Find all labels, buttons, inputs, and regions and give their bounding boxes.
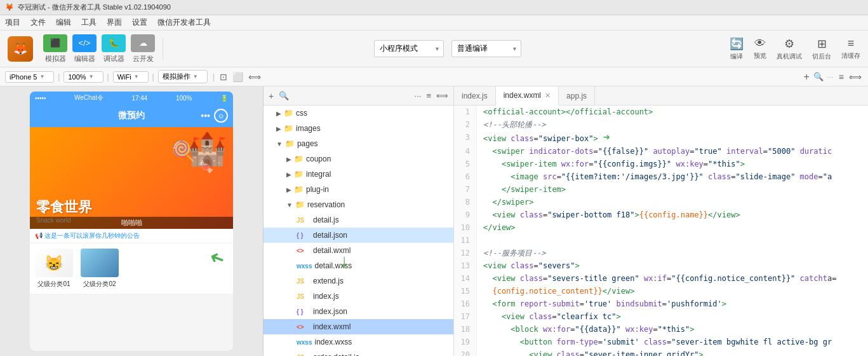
- line-content: [477, 234, 483, 247]
- tab-close-icon[interactable]: ✕: [545, 92, 551, 100]
- line-number: 5: [454, 158, 477, 170]
- line-content: <view class="clearfix tc">: [477, 310, 621, 323]
- file-ext-icon: JS: [297, 278, 310, 285]
- filetree-search-icon[interactable]: 🔍: [279, 91, 289, 100]
- mode-select[interactable]: 小程序模式: [374, 40, 444, 57]
- tree-item[interactable]: ▼ 📁 pages: [264, 136, 453, 151]
- cloud-btn[interactable]: ☁ 云开发: [131, 34, 155, 64]
- sort-icon[interactable]: ≡: [839, 72, 844, 82]
- fit-icon[interactable]: ⬜: [232, 72, 243, 82]
- phone-nav-dots[interactable]: •••: [201, 111, 210, 121]
- simulator-btn[interactable]: ⬛ 模拟器: [43, 34, 67, 64]
- folder-icon: 📁: [284, 124, 293, 133]
- main-content: ••••• WeChat令 17:44 100% 🔋 微预约 ••• ⊙ 🏰 🍭: [0, 86, 868, 356]
- tree-item[interactable]: JS order-detail.js: [264, 350, 453, 356]
- code-line: 6 <image src="{{item?item:'/images/3.jpg…: [454, 170, 868, 183]
- compile-select[interactable]: 普通编译: [451, 40, 521, 57]
- tree-item[interactable]: <> detail.wxml: [264, 243, 453, 258]
- filetree-list-icon[interactable]: ≡: [426, 91, 431, 100]
- preview-btn[interactable]: 👁 预览: [754, 37, 766, 60]
- folder-arrow: ▶: [276, 125, 281, 132]
- tab-index-js[interactable]: index.js: [454, 86, 496, 106]
- category-item-2[interactable]: 父级分类02: [81, 249, 119, 289]
- tree-item[interactable]: <> index.wxml: [264, 319, 453, 334]
- line-number: 11: [454, 234, 477, 247]
- tree-item[interactable]: JS index.js: [264, 289, 453, 304]
- notice-icon: 📢: [35, 232, 43, 239]
- line-number: 9: [454, 209, 477, 221]
- menu-edit[interactable]: 编辑: [56, 17, 71, 28]
- app-title: 夺冠测试 - 微信开发者工具 Stable v1.02.1904090: [18, 3, 171, 12]
- line-number: 15: [454, 285, 477, 298]
- code-line: 9 <view class="swiper-bottom f18">{{conf…: [454, 209, 868, 221]
- filetree-items: ▶ 📁 css▶ 📁 images▼ 📁 pages▶ 📁 coupon▶ 📁 …: [264, 106, 453, 356]
- notice-text: 这是一条可以滚屏你几秒钟的公告: [44, 232, 140, 239]
- folder-name: integral: [306, 170, 331, 179]
- folder-icon: 📁: [294, 170, 304, 179]
- phone-nav-bar: 微预约 ••• ⊙: [30, 104, 233, 127]
- battery-icon: 🔋: [220, 95, 228, 102]
- tree-item[interactable]: ▶ 📁 coupon: [264, 151, 453, 167]
- cut-log-btn[interactable]: ⊞ 切后台: [812, 37, 831, 61]
- banner-shop-name: 啪啪啪: [30, 217, 233, 229]
- real-device-icon: ⚙: [784, 37, 794, 51]
- secondary-toolbar: iPhone 5 | 100% | WiFi | 模拟操作 | ⊡ ⬜ ⟺ + …: [0, 67, 868, 86]
- phone-nav-record-icon[interactable]: ⊙: [214, 109, 228, 123]
- code-line: 20 <view class="sever-item-inner gridYr"…: [454, 348, 868, 356]
- tree-item[interactable]: wxss index.wxss: [264, 334, 453, 350]
- menu-project[interactable]: 项目: [5, 17, 20, 28]
- tree-item[interactable]: ▶ 📁 css: [264, 106, 453, 121]
- network-select[interactable]: WiFi: [113, 71, 149, 83]
- menu-bar: 项目 文件 编辑 工具 界面 设置 微信开发者工具: [0, 15, 868, 31]
- file-ext-icon: <>: [297, 324, 310, 331]
- filetree-collapse-icon[interactable]: ⟺: [436, 91, 448, 100]
- debugger-btn[interactable]: 🐛 调试器: [102, 34, 126, 64]
- menu-wechat-devtools[interactable]: 微信开发者工具: [157, 17, 211, 28]
- folder-arrow: ▼: [276, 140, 283, 147]
- tab-index-wxml[interactable]: index.wxml ✕: [496, 86, 559, 106]
- search-icon[interactable]: 🔍: [813, 72, 824, 81]
- folder-name: pages: [297, 139, 318, 148]
- simulator-ops-select[interactable]: 模拟操作: [158, 70, 208, 83]
- tree-item[interactable]: ▼ 📁 reservation: [264, 197, 453, 212]
- add-file-icon[interactable]: +: [803, 71, 809, 83]
- zoom-select[interactable]: 100%: [63, 71, 103, 83]
- file-name: extend.js: [313, 277, 344, 285]
- real-device-btn[interactable]: ⚙ 真机调试: [777, 37, 802, 61]
- tree-item[interactable]: JS detail.js: [264, 212, 453, 228]
- code-editor[interactable]: 1<official-account></official-account>2<…: [454, 106, 868, 356]
- tree-item[interactable]: { } index.json: [264, 304, 453, 319]
- tree-item[interactable]: ▶ 📁 images: [264, 121, 453, 136]
- tree-item[interactable]: { } detail.json: [264, 228, 453, 243]
- tree-item[interactable]: JS extend.js: [264, 273, 453, 289]
- file-ext-icon: JS: [297, 217, 310, 224]
- menu-file[interactable]: 文件: [30, 17, 46, 28]
- resize-icon[interactable]: ⊡: [220, 72, 227, 82]
- line-content: <view class="swiper-box">➜: [477, 131, 610, 145]
- line-number: 18: [454, 323, 477, 336]
- menu-tools[interactable]: 工具: [81, 17, 97, 28]
- panel-icon[interactable]: ⟺: [849, 72, 862, 82]
- toolbar-right: 🔄 编译 👁 预览 ⚙ 真机调试 ⊞ 切后台 ≡ 清缓存: [730, 37, 860, 61]
- clear-cache-btn[interactable]: ≡ 清缓存: [841, 37, 860, 60]
- filetree-more-icon[interactable]: ···: [415, 91, 422, 100]
- tree-item[interactable]: wxss detail.wxss: [264, 258, 453, 273]
- tree-item[interactable]: ▶ 📁 plug-in: [264, 182, 453, 197]
- device-select[interactable]: iPhone 5: [5, 71, 54, 83]
- tree-item[interactable]: ▶ 📁 integral: [264, 167, 453, 182]
- editor-icon: </>: [72, 34, 97, 52]
- compile-btn[interactable]: 🔄 编译: [730, 37, 744, 61]
- tab-app-js[interactable]: app.js: [559, 86, 595, 106]
- expand-icon[interactable]: ⟺: [248, 72, 261, 82]
- code-line: 19 <button form-type='submit' class="sev…: [454, 336, 868, 348]
- code-line: 14 <view class="severs-title green" wx:i…: [454, 272, 868, 285]
- category-item-1[interactable]: 😸 父级分类01: [35, 249, 73, 289]
- editor-btn[interactable]: </> 编辑器: [72, 34, 97, 64]
- line-content: </view>: [477, 221, 516, 234]
- add-btn[interactable]: +: [269, 91, 274, 101]
- menu-interface[interactable]: 界面: [107, 17, 122, 28]
- line-number: 4: [454, 145, 477, 158]
- menu-settings[interactable]: 设置: [132, 17, 147, 28]
- folder-name: coupon: [306, 154, 331, 163]
- file-ext-icon: JS: [297, 354, 310, 357]
